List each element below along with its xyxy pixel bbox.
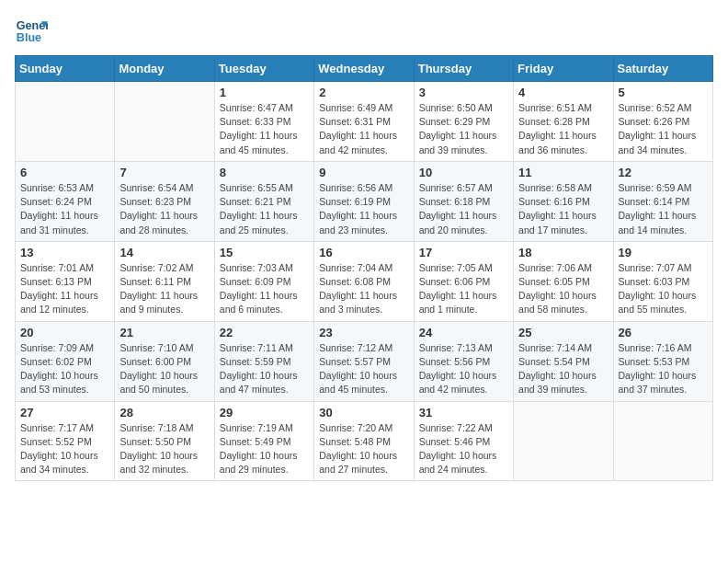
weekday-header-tuesday: Tuesday: [214, 56, 313, 82]
calendar-cell: 30Sunrise: 7:20 AM Sunset: 5:48 PM Dayli…: [314, 401, 414, 481]
day-info: Sunrise: 6:57 AM Sunset: 6:18 PM Dayligh…: [419, 181, 508, 237]
calendar-cell: 9Sunrise: 6:56 AM Sunset: 6:19 PM Daylig…: [314, 161, 414, 241]
page-header: General Blue: [15, 15, 713, 48]
day-number: 16: [319, 246, 408, 259]
day-info: Sunrise: 7:05 AM Sunset: 6:06 PM Dayligh…: [419, 261, 508, 317]
day-number: 25: [518, 326, 608, 339]
calendar-cell: 10Sunrise: 6:57 AM Sunset: 6:18 PM Dayli…: [414, 161, 513, 241]
weekday-header-row: SundayMondayTuesdayWednesdayThursdayFrid…: [16, 56, 713, 82]
day-number: 1: [220, 86, 309, 99]
day-info: Sunrise: 7:11 AM Sunset: 5:59 PM Dayligh…: [220, 341, 309, 397]
day-number: 6: [20, 166, 109, 179]
day-number: 24: [419, 326, 508, 339]
calendar-week-row: 1Sunrise: 6:47 AM Sunset: 6:33 PM Daylig…: [16, 82, 713, 162]
calendar-cell: 4Sunrise: 6:51 AM Sunset: 6:28 PM Daylig…: [514, 82, 613, 162]
day-number: 20: [20, 326, 109, 339]
day-info: Sunrise: 7:16 AM Sunset: 5:53 PM Dayligh…: [619, 341, 708, 397]
calendar-cell: [514, 401, 613, 481]
day-info: Sunrise: 7:22 AM Sunset: 5:46 PM Dayligh…: [419, 421, 508, 477]
day-info: Sunrise: 7:07 AM Sunset: 6:03 PM Dayligh…: [619, 261, 708, 317]
svg-text:Blue: Blue: [17, 31, 41, 44]
day-info: Sunrise: 6:49 AM Sunset: 6:31 PM Dayligh…: [319, 101, 408, 157]
day-number: 5: [619, 86, 708, 99]
calendar-week-row: 20Sunrise: 7:09 AM Sunset: 6:02 PM Dayli…: [16, 321, 713, 401]
calendar-week-row: 27Sunrise: 7:17 AM Sunset: 5:52 PM Dayli…: [16, 401, 713, 481]
calendar-cell: [16, 82, 115, 162]
day-info: Sunrise: 7:09 AM Sunset: 6:02 PM Dayligh…: [20, 341, 109, 397]
day-number: 4: [518, 86, 608, 99]
weekday-header-sunday: Sunday: [16, 56, 115, 82]
day-info: Sunrise: 6:50 AM Sunset: 6:29 PM Dayligh…: [419, 101, 508, 157]
day-number: 7: [119, 166, 209, 179]
day-number: 30: [319, 406, 408, 419]
day-number: 13: [20, 246, 109, 259]
calendar-cell: 25Sunrise: 7:14 AM Sunset: 5:54 PM Dayli…: [514, 321, 613, 401]
calendar-cell: 20Sunrise: 7:09 AM Sunset: 6:02 PM Dayli…: [16, 321, 115, 401]
calendar-cell: 27Sunrise: 7:17 AM Sunset: 5:52 PM Dayli…: [16, 401, 115, 481]
day-number: 18: [518, 246, 608, 259]
calendar-cell: 7Sunrise: 6:54 AM Sunset: 6:23 PM Daylig…: [115, 161, 214, 241]
day-number: 3: [419, 86, 508, 99]
calendar-week-row: 13Sunrise: 7:01 AM Sunset: 6:13 PM Dayli…: [16, 241, 713, 321]
calendar-cell: 24Sunrise: 7:13 AM Sunset: 5:56 PM Dayli…: [414, 321, 513, 401]
day-number: 23: [319, 326, 408, 339]
day-info: Sunrise: 7:20 AM Sunset: 5:48 PM Dayligh…: [319, 421, 408, 477]
calendar-cell: 21Sunrise: 7:10 AM Sunset: 6:00 PM Dayli…: [115, 321, 214, 401]
day-info: Sunrise: 6:59 AM Sunset: 6:14 PM Dayligh…: [619, 181, 708, 237]
calendar-cell: 17Sunrise: 7:05 AM Sunset: 6:06 PM Dayli…: [414, 241, 513, 321]
day-number: 12: [619, 166, 708, 179]
day-number: 19: [619, 246, 708, 259]
day-number: 28: [119, 406, 209, 419]
calendar-cell: 26Sunrise: 7:16 AM Sunset: 5:53 PM Dayli…: [613, 321, 712, 401]
day-info: Sunrise: 6:52 AM Sunset: 6:26 PM Dayligh…: [619, 101, 708, 157]
day-number: 14: [119, 246, 209, 259]
day-number: 21: [119, 326, 209, 339]
day-number: 15: [220, 246, 309, 259]
day-number: 8: [220, 166, 309, 179]
day-number: 27: [20, 406, 109, 419]
calendar-week-row: 6Sunrise: 6:53 AM Sunset: 6:24 PM Daylig…: [16, 161, 713, 241]
logo: General Blue: [15, 15, 48, 48]
day-info: Sunrise: 6:56 AM Sunset: 6:19 PM Dayligh…: [319, 181, 408, 237]
day-info: Sunrise: 7:13 AM Sunset: 5:56 PM Dayligh…: [419, 341, 508, 397]
day-info: Sunrise: 7:12 AM Sunset: 5:57 PM Dayligh…: [319, 341, 408, 397]
weekday-header-friday: Friday: [514, 56, 613, 82]
day-number: 31: [419, 406, 508, 419]
calendar-cell: 13Sunrise: 7:01 AM Sunset: 6:13 PM Dayli…: [16, 241, 115, 321]
day-number: 2: [319, 86, 408, 99]
calendar-table: SundayMondayTuesdayWednesdayThursdayFrid…: [15, 55, 713, 481]
calendar-cell: 5Sunrise: 6:52 AM Sunset: 6:26 PM Daylig…: [613, 82, 712, 162]
day-number: 22: [220, 326, 309, 339]
day-info: Sunrise: 7:19 AM Sunset: 5:49 PM Dayligh…: [220, 421, 309, 477]
day-info: Sunrise: 6:51 AM Sunset: 6:28 PM Dayligh…: [518, 101, 608, 157]
weekday-header-thursday: Thursday: [414, 56, 513, 82]
calendar-cell: 3Sunrise: 6:50 AM Sunset: 6:29 PM Daylig…: [414, 82, 513, 162]
calendar-cell: 19Sunrise: 7:07 AM Sunset: 6:03 PM Dayli…: [613, 241, 712, 321]
calendar-cell: 31Sunrise: 7:22 AM Sunset: 5:46 PM Dayli…: [414, 401, 513, 481]
day-info: Sunrise: 6:58 AM Sunset: 6:16 PM Dayligh…: [518, 181, 608, 237]
day-info: Sunrise: 6:54 AM Sunset: 6:23 PM Dayligh…: [119, 181, 209, 237]
day-number: 10: [419, 166, 508, 179]
calendar-cell: 23Sunrise: 7:12 AM Sunset: 5:57 PM Dayli…: [314, 321, 414, 401]
logo-icon: General Blue: [15, 15, 48, 48]
day-info: Sunrise: 7:01 AM Sunset: 6:13 PM Dayligh…: [20, 261, 109, 317]
calendar-cell: 6Sunrise: 6:53 AM Sunset: 6:24 PM Daylig…: [16, 161, 115, 241]
day-info: Sunrise: 7:18 AM Sunset: 5:50 PM Dayligh…: [119, 421, 209, 477]
weekday-header-saturday: Saturday: [613, 56, 712, 82]
calendar-cell: [115, 82, 214, 162]
day-number: 11: [518, 166, 608, 179]
day-info: Sunrise: 7:14 AM Sunset: 5:54 PM Dayligh…: [518, 341, 608, 397]
calendar-cell: 22Sunrise: 7:11 AM Sunset: 5:59 PM Dayli…: [214, 321, 313, 401]
day-number: 9: [319, 166, 408, 179]
day-info: Sunrise: 7:06 AM Sunset: 6:05 PM Dayligh…: [518, 261, 608, 317]
calendar-cell: 16Sunrise: 7:04 AM Sunset: 6:08 PM Dayli…: [314, 241, 414, 321]
day-info: Sunrise: 6:55 AM Sunset: 6:21 PM Dayligh…: [220, 181, 309, 237]
day-info: Sunrise: 7:02 AM Sunset: 6:11 PM Dayligh…: [119, 261, 209, 317]
day-info: Sunrise: 7:04 AM Sunset: 6:08 PM Dayligh…: [319, 261, 408, 317]
calendar-cell: 2Sunrise: 6:49 AM Sunset: 6:31 PM Daylig…: [314, 82, 414, 162]
calendar-cell: 1Sunrise: 6:47 AM Sunset: 6:33 PM Daylig…: [214, 82, 313, 162]
day-info: Sunrise: 6:47 AM Sunset: 6:33 PM Dayligh…: [220, 101, 309, 157]
calendar-cell: [613, 401, 712, 481]
weekday-header-wednesday: Wednesday: [314, 56, 414, 82]
calendar-cell: 28Sunrise: 7:18 AM Sunset: 5:50 PM Dayli…: [115, 401, 214, 481]
